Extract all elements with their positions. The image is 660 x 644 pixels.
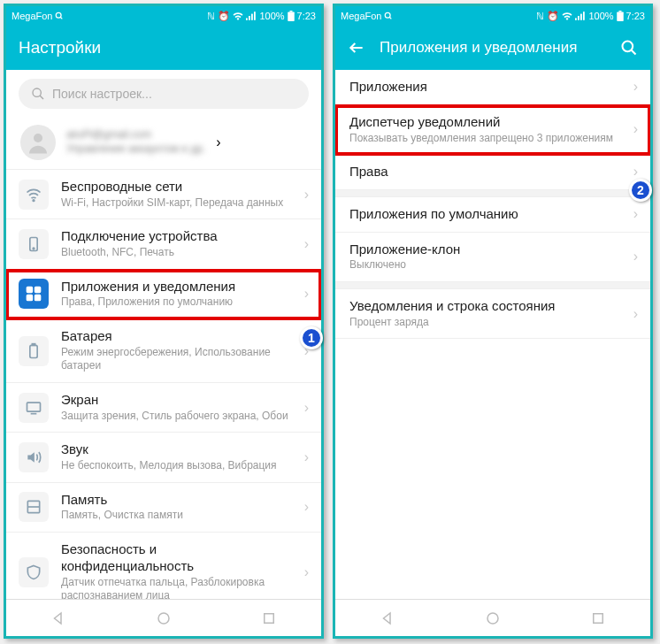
wifi-icon	[19, 180, 49, 210]
settings-row[interactable]: Диспетчер уведомленийПоказывать уведомле…	[335, 105, 650, 155]
battery-icon	[617, 11, 624, 21]
nfc-icon: ℕ	[207, 11, 215, 22]
app-bar: Приложения и уведомления	[335, 26, 650, 70]
settings-row[interactable]: Уведомления и строка состоянияПроцент за…	[335, 289, 650, 339]
settings-row-security[interactable]: Безопасность и конфиденциальностьДатчик …	[6, 533, 321, 599]
page-title: Настройки	[19, 38, 309, 58]
chevron-right-icon: ›	[633, 121, 638, 137]
search-button[interactable]	[620, 39, 638, 57]
search-input[interactable]: Поиск настроек...	[19, 79, 309, 109]
time-label: 7:23	[297, 11, 316, 21]
svg-point-26	[386, 12, 391, 18]
battery-label: 100%	[588, 11, 613, 21]
svg-rect-37	[593, 613, 602, 623]
callout-badge-2: 2	[629, 179, 652, 202]
svg-rect-4	[251, 14, 253, 20]
svg-rect-31	[583, 12, 585, 20]
avatar	[20, 125, 56, 160]
page-title: Приложения и уведомления	[380, 39, 606, 57]
chevron-right-icon: ›	[633, 206, 638, 222]
svg-point-34	[623, 42, 633, 52]
settings-row-apps[interactable]: Приложения и уведомленияПрава, Приложени…	[6, 270, 321, 319]
row-sub: Не беспокоить, Мелодия вызова, Вибрация	[61, 459, 292, 473]
account-row[interactable]: aksPi@gmail.com Управление аккаунтом и д…	[6, 116, 321, 170]
back-button[interactable]	[348, 39, 365, 57]
account-email: aksPi@gmail.com	[66, 128, 205, 142]
row-sub: Показывать уведомления запрещено 3 прило…	[349, 132, 621, 146]
time-label: 7:23	[626, 11, 645, 21]
settings-row-sound[interactable]: ЗвукНе беспокоить, Мелодия вызова, Вибра…	[6, 433, 321, 482]
svg-point-13	[33, 248, 35, 249]
chevron-right-icon: ›	[304, 236, 309, 252]
svg-rect-30	[580, 14, 582, 20]
svg-point-10	[34, 134, 42, 142]
row-sub: Память, Очистка памяти	[61, 509, 292, 523]
sound-icon	[19, 442, 49, 472]
svg-rect-17	[35, 295, 41, 301]
display-icon	[19, 393, 49, 423]
nav-back[interactable]	[40, 605, 77, 632]
settings-row[interactable]: Права›	[335, 155, 650, 190]
battery-icon	[288, 11, 295, 21]
settings-row-storage[interactable]: ПамятьПамять, Очистка памяти›	[6, 483, 321, 533]
svg-rect-28	[575, 18, 577, 19]
nav-home[interactable]	[474, 605, 511, 632]
row-title: Приложения по умолчанию	[349, 206, 621, 223]
account-sub: Управление аккаунтом и др.	[66, 142, 205, 157]
settings-row-battery[interactable]: БатареяРежим энергосбережения, Использов…	[6, 319, 321, 383]
storage-icon	[19, 492, 49, 522]
device-icon	[19, 229, 49, 259]
security-icon	[19, 557, 49, 587]
row-sub: Bluetooth, NFC, Печать	[61, 246, 292, 260]
svg-point-11	[33, 200, 35, 202]
nfc-icon: ℕ	[536, 11, 544, 22]
settings-row[interactable]: Приложение-клонВыключено›	[335, 233, 650, 282]
svg-point-0	[57, 12, 62, 18]
nav-recent[interactable]	[579, 605, 617, 632]
svg-rect-16	[27, 295, 33, 301]
callout-badge-1: 1	[300, 326, 323, 349]
svg-point-24	[158, 613, 169, 624]
svg-rect-19	[32, 343, 35, 345]
status-bar: MegaFon ℕ ⏰ 100% 7:23	[6, 6, 321, 26]
settings-row-wifi[interactable]: Беспроводные сетиWi-Fi, Настройки SIM-ка…	[6, 170, 321, 219]
chevron-right-icon: ›	[304, 286, 309, 302]
row-sub: Wi-Fi, Настройки SIM-карт, Передача данн…	[61, 196, 292, 211]
row-title: Беспроводные сети	[61, 179, 292, 196]
alarm-icon: ⏰	[547, 11, 559, 22]
settings-row-display[interactable]: ЭкранЗащита зрения, Стиль рабочего экран…	[6, 383, 321, 433]
content-area: Поиск настроек... aksPi@gmail.com Управл…	[6, 70, 321, 599]
signal-icon	[575, 12, 586, 20]
row-sub: Датчик отпечатка пальца, Разблокировка р…	[61, 576, 292, 600]
svg-line-35	[632, 50, 636, 55]
svg-rect-14	[27, 288, 33, 293]
settings-row[interactable]: Приложения›	[335, 70, 650, 105]
svg-point-8	[33, 88, 41, 96]
nav-recent[interactable]	[250, 605, 288, 632]
svg-rect-20	[27, 402, 41, 411]
settings-row-device[interactable]: Подключение устройстваBluetooth, NFC, Пе…	[6, 219, 321, 269]
settings-row[interactable]: Приложения по умолчанию›	[335, 197, 650, 233]
row-title: Уведомления и строка состояния	[349, 298, 621, 315]
svg-rect-2	[246, 18, 248, 19]
chevron-right-icon: ›	[633, 164, 638, 180]
svg-rect-5	[254, 12, 256, 20]
row-sub: Режим энергосбережения, Использование ба…	[61, 346, 292, 373]
svg-rect-3	[249, 16, 250, 20]
svg-rect-15	[35, 288, 41, 293]
signal-icon	[246, 12, 257, 20]
svg-rect-7	[288, 12, 295, 22]
svg-line-9	[40, 96, 43, 99]
phone-right: MegaFon ℕ ⏰ 100% 7:23 Приложения и уведо…	[333, 4, 653, 639]
content-area: Приложения›Диспетчер уведомленийПоказыва…	[335, 70, 650, 599]
nav-home[interactable]	[145, 605, 182, 632]
svg-rect-32	[618, 11, 621, 12]
svg-rect-25	[264, 613, 273, 623]
chevron-right-icon: ›	[633, 79, 638, 95]
nav-back[interactable]	[369, 605, 406, 632]
row-title: Приложения и уведомления	[61, 279, 292, 295]
row-title: Память	[61, 492, 292, 509]
nav-bar	[335, 599, 650, 636]
carrier-label: MegaFon	[341, 11, 381, 21]
chevron-right-icon: ›	[633, 249, 638, 264]
